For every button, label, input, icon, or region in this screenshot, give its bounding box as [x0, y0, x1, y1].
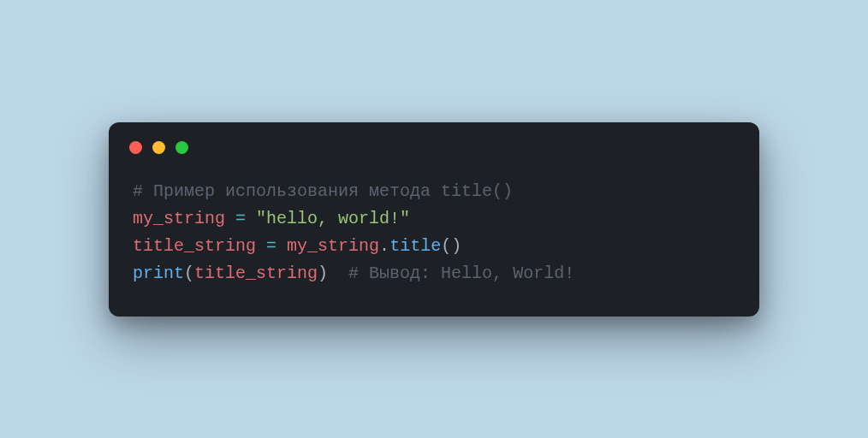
code-variable: title_string [133, 236, 256, 256]
code-punct: ) [318, 263, 328, 283]
code-variable: my_string [287, 236, 379, 256]
code-operator: = [266, 236, 276, 256]
window-titlebar [109, 122, 759, 163]
maximize-icon[interactable] [175, 141, 188, 154]
code-method: title [389, 236, 441, 256]
code-variable: my_string [133, 209, 225, 228]
code-block: # Пример использования метода title() my… [109, 163, 759, 317]
code-comment: # Пример использования метода title() [133, 181, 513, 201]
code-space [276, 236, 287, 256]
code-space [256, 236, 266, 256]
code-punct: ( [184, 263, 194, 283]
minimize-icon[interactable] [152, 141, 165, 154]
code-window: # Пример использования метода title() my… [109, 122, 759, 317]
code-comment: # Вывод: Hello, World! [348, 263, 574, 283]
code-space [225, 209, 235, 228]
code-operator: = [235, 209, 246, 228]
code-string: "hello, world!" [256, 209, 410, 228]
code-space [246, 209, 256, 228]
close-icon[interactable] [129, 141, 142, 154]
code-function: print [133, 263, 184, 283]
code-space [328, 263, 348, 283]
code-argument: title_string [194, 263, 318, 283]
code-punct: () [441, 236, 461, 256]
code-punct: . [379, 236, 389, 256]
